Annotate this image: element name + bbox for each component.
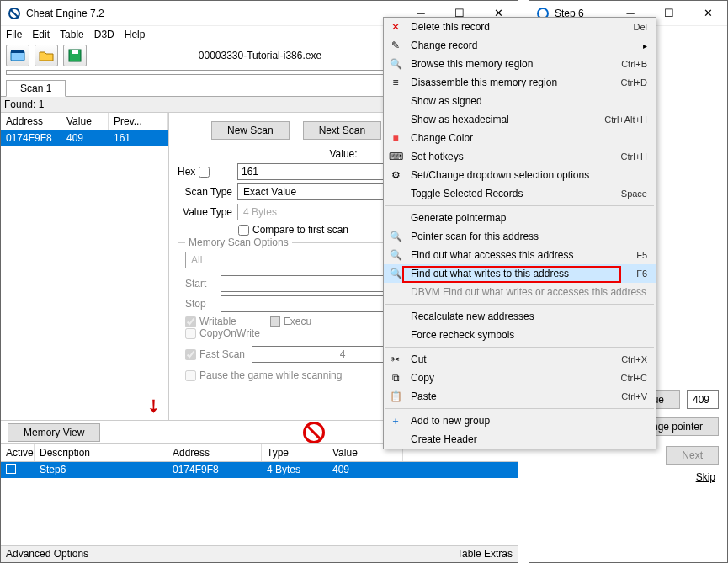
svg-line-2 <box>10 9 19 18</box>
hex-checkbox[interactable] <box>199 167 210 178</box>
col-type[interactable]: Type <box>262 444 327 461</box>
col-address[interactable]: Address <box>167 444 262 461</box>
value-label: Value: <box>329 148 357 160</box>
menu-item[interactable]: 🔍Pointer scan for this address <box>384 227 656 246</box>
menu-item-label: Set hotkeys <box>411 151 464 162</box>
menu-item[interactable]: Generate pointermap <box>384 209 656 227</box>
menu-d3d[interactable]: D3D <box>94 29 114 40</box>
new-scan-button[interactable]: New Scan <box>211 121 290 140</box>
menu-item-label: Generate pointermap <box>411 212 506 224</box>
col-value[interactable]: Value <box>61 113 109 130</box>
menu-item-label: Pointer scan for this address <box>411 231 539 242</box>
menu-item-label: Copy <box>411 372 434 384</box>
copy-icon: ⧉ <box>389 371 402 385</box>
menu-item[interactable]: Show as signed <box>384 92 656 110</box>
disasm-icon: ≡ <box>389 76 402 89</box>
menu-item: DBVM Find out what writes or accesses th… <box>384 283 656 301</box>
menu-item-label: Disassemble this memory region <box>411 77 557 88</box>
menu-item[interactable]: 🔍Find out what writes to this addressF6 <box>384 264 656 283</box>
results-header: Address Value Prev... <box>1 113 168 130</box>
menu-item[interactable]: 🔍Browse this memory regionCtrl+B <box>384 55 656 73</box>
menu-item[interactable]: ⌨Set hotkeysCtrl+H <box>384 147 656 166</box>
no-sign-icon <box>303 422 325 443</box>
app-icon <box>8 7 21 20</box>
menu-item-label: DBVM Find out what writes or accesses th… <box>411 286 646 298</box>
menu-item[interactable]: 🔍Find out what accesses this addressF5 <box>384 246 656 264</box>
compare-first-checkbox[interactable] <box>238 225 249 236</box>
tutorial-value: 409 <box>687 390 719 409</box>
menu-item[interactable]: ≡Disassemble this memory regionCtrl+D <box>384 73 656 92</box>
menu-item[interactable]: Force recheck symbols <box>384 326 656 344</box>
menu-item[interactable]: Create Header <box>384 430 656 449</box>
pause-checkbox[interactable] <box>185 370 196 381</box>
menu-item[interactable]: ✕Delete this recordDel <box>384 18 656 36</box>
status-bar: Advanced Options Table Extras <box>1 545 518 562</box>
menu-help[interactable]: Help <box>125 29 146 40</box>
browse-icon: 🔍 <box>389 57 402 71</box>
next-button[interactable]: Next <box>666 446 719 465</box>
table-extras[interactable]: Table Extras <box>457 548 513 560</box>
gear-icon: ⚙ <box>389 168 402 182</box>
menu-table[interactable]: Table <box>60 29 84 40</box>
cut-icon: ✂ <box>389 353 402 366</box>
menu-item-label: Recalculate new addresses <box>411 311 534 322</box>
color-icon: ■ <box>389 131 402 145</box>
menu-item[interactable]: ⧉CopyCtrl+C <box>384 369 656 387</box>
x-icon: ✕ <box>389 20 402 34</box>
menu-item-label: Delete this record <box>411 21 490 33</box>
address-list-row[interactable]: Step6 0174F9F8 4 Bytes 409 <box>1 462 518 478</box>
lens-icon: 🔍 <box>389 267 402 280</box>
col-description[interactable]: Description <box>35 444 167 461</box>
next-scan-button[interactable]: Next Scan <box>303 121 381 140</box>
menu-item[interactable]: ⚙Set/Change dropdown selection options <box>384 166 656 184</box>
col-prev[interactable]: Prev... <box>109 113 168 130</box>
menu-item-label: Find out what accesses this address <box>411 249 573 261</box>
menu-item-label: Create Header <box>411 433 477 445</box>
col-active[interactable]: Active <box>1 444 35 461</box>
main-title: Cheat Engine 7.2 <box>26 8 401 19</box>
menu-item[interactable]: 📋PasteCtrl+V <box>384 387 656 406</box>
advanced-options[interactable]: Advanced Options <box>6 548 88 560</box>
plus-icon: ＋ <box>389 414 402 428</box>
writable-checkbox[interactable] <box>185 316 196 327</box>
menu-item[interactable]: Toggle Selected RecordsSpace <box>384 184 656 203</box>
menu-item-label: Find out what writes to this address <box>411 268 569 279</box>
paste-icon: 📋 <box>389 390 402 403</box>
fastscan-checkbox[interactable] <box>185 349 196 360</box>
menu-item[interactable]: ✂CutCtrl+X <box>384 350 656 369</box>
menu-file[interactable]: File <box>6 29 22 40</box>
menu-item-label: Toggle Selected Records <box>411 188 523 199</box>
menu-item[interactable]: ✎Change record▸ <box>384 36 656 55</box>
menu-item-label: Show as hexadecimal <box>411 114 509 125</box>
col-address[interactable]: Address <box>1 113 61 130</box>
tab-scan1[interactable]: Scan 1 <box>6 80 66 97</box>
menu-item-label: Add to new group <box>411 415 490 427</box>
menu-item[interactable]: Show as hexadecimalCtrl+Alt+H <box>384 110 656 129</box>
menu-item-label: Change Color <box>411 132 473 144</box>
cow-checkbox[interactable] <box>185 328 196 339</box>
menu-item-label: Cut <box>411 353 427 365</box>
skip-link[interactable]: Skip <box>696 471 715 483</box>
menu-item-label: Paste <box>411 390 437 402</box>
close-button[interactable]: ✕ <box>688 1 727 26</box>
lens-icon: 🔍 <box>389 248 402 262</box>
menu-item[interactable]: ■Change Color <box>384 129 656 147</box>
pencil-icon: ✎ <box>389 39 402 52</box>
chevron-right-icon: ▸ <box>643 41 647 50</box>
menu-item[interactable]: ＋Add to new group <box>384 412 656 430</box>
lens-icon: 🔍 <box>389 230 402 243</box>
menu-item-label: Force recheck symbols <box>411 329 514 341</box>
menu-item-label: Browse this memory region <box>411 58 533 70</box>
menu-item-label: Change record <box>411 40 477 51</box>
key-icon: ⌨ <box>389 150 402 163</box>
menu-item-label: Show as signed <box>411 95 482 107</box>
menu-edit[interactable]: Edit <box>32 29 50 40</box>
menu-item[interactable]: Recalculate new addresses <box>384 307 656 326</box>
memory-view-button[interactable]: Memory View <box>8 423 100 442</box>
menu-item-label: Set/Change dropdown selection options <box>411 169 589 181</box>
executable-checkbox[interactable] <box>270 316 280 327</box>
results-list: Address Value Prev... 0174F9F8 409 161 <box>1 113 169 420</box>
result-row[interactable]: 0174F9F8 409 161 <box>1 130 168 146</box>
context-menu: ✕Delete this recordDel✎Change record▸🔍Br… <box>383 17 656 449</box>
